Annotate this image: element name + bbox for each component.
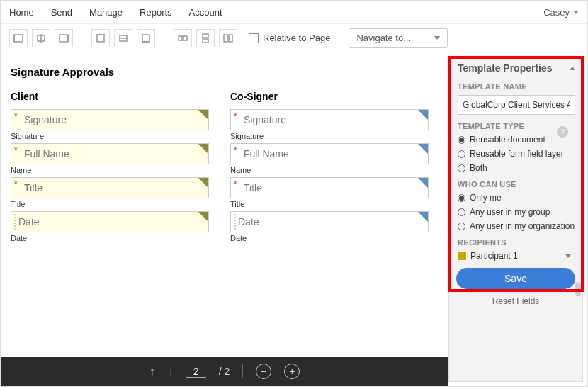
align-tool-4[interactable]: [91, 29, 110, 47]
template-type-label: Reusable form field layer: [470, 149, 564, 159]
form-field[interactable]: Signature: [230, 109, 429, 130]
svg-rect-0: [14, 35, 23, 42]
recipient-item[interactable]: Participant 1: [458, 251, 575, 261]
align-tool-2[interactable]: [32, 29, 50, 47]
field-label: Title: [11, 200, 209, 208]
form-field[interactable]: Full Name: [11, 143, 209, 164]
form-field[interactable]: Signature: [11, 109, 209, 130]
nav-reports[interactable]: Reports: [140, 7, 172, 18]
template-properties-panel: Template Properties TEMPLATE NAME TEMPLA…: [448, 55, 583, 382]
radio-icon: [458, 208, 465, 216]
divider: [8, 52, 440, 52]
svg-rect-4: [60, 35, 68, 42]
field-label: Date: [11, 234, 209, 242]
field-placeholder: Signature: [24, 114, 67, 125]
template-type-option[interactable]: Reusable document: [458, 135, 575, 145]
template-type-option[interactable]: Reusable form field layer: [458, 149, 575, 159]
section-head: Client: [11, 91, 209, 102]
recipient-label: Participant 1: [470, 251, 518, 261]
relative-label: Relative to Page: [263, 33, 330, 43]
field-placeholder: Date: [238, 216, 259, 228]
recipients-label: RECIPIENTS: [458, 238, 575, 247]
help-icon[interactable]: ?: [557, 126, 568, 138]
template-type-label: Reusable document: [470, 135, 545, 145]
align-tool-6[interactable]: [137, 29, 155, 47]
field-placeholder: Title: [244, 182, 262, 194]
align-tool-1[interactable]: [9, 29, 28, 47]
document-canvas: Signature Approvals ClientSignatureSigna…: [1, 55, 448, 357]
nav-account[interactable]: Account: [189, 7, 222, 18]
radio-icon: [458, 164, 465, 172]
navto-label: Navigate to...: [356, 33, 411, 43]
template-type-label: Both: [470, 163, 487, 173]
nav-home[interactable]: Home: [9, 7, 34, 18]
alignment-toolbar: Relative to Page Navigate to...: [1, 23, 587, 52]
svg-rect-15: [203, 39, 208, 43]
user-menu[interactable]: Casey: [543, 7, 579, 18]
align-tool-9[interactable]: [219, 29, 237, 47]
reset-fields-link[interactable]: Reset Fields: [449, 296, 582, 306]
scrollbar[interactable]: [575, 91, 581, 325]
who-can-use-option[interactable]: Only me: [458, 193, 575, 203]
field-label: Signature: [11, 132, 209, 140]
form-field[interactable]: Full Name: [230, 143, 429, 164]
participant-color-swatch: [458, 252, 466, 260]
next-page-button[interactable]: ↓: [168, 365, 174, 378]
page-number-input[interactable]: [186, 366, 206, 378]
props-heading[interactable]: Template Properties: [458, 62, 575, 74]
radio-icon: [458, 150, 465, 158]
who-can-use-label: WHO CAN USE: [458, 180, 575, 189]
who-can-use-label: Any user in my organization: [470, 221, 575, 231]
radio-icon: [458, 223, 465, 230]
field-label: Title: [230, 200, 429, 208]
align-tool-8[interactable]: [196, 29, 215, 47]
chevron-down-icon: [565, 254, 571, 258]
nav-manage[interactable]: Manage: [89, 7, 123, 18]
svg-rect-17: [229, 35, 232, 42]
form-field[interactable]: Title: [230, 177, 429, 198]
svg-rect-13: [183, 36, 187, 40]
who-can-use-option[interactable]: Any user in my group: [458, 207, 575, 217]
field-placeholder: Title: [24, 182, 43, 194]
user-name: Casey: [543, 7, 570, 18]
page-title: Signature Approvals: [11, 66, 441, 78]
page-footer: ↑ ↓ / 2 − +: [1, 357, 448, 386]
field-placeholder: Signature: [244, 114, 286, 125]
radio-icon: [458, 136, 465, 144]
checkbox-icon: [249, 33, 259, 43]
template-type-option[interactable]: Both: [458, 163, 575, 173]
separator: [242, 364, 243, 378]
align-tool-3[interactable]: [55, 29, 73, 47]
field-label: Signature: [230, 132, 429, 140]
template-name-input[interactable]: [458, 95, 575, 115]
svg-rect-10: [142, 35, 149, 42]
zoom-out-button[interactable]: −: [256, 364, 271, 379]
field-label: Name: [11, 166, 209, 174]
align-tool-7[interactable]: [174, 29, 192, 47]
radio-icon: [458, 194, 465, 202]
zoom-in-button[interactable]: +: [284, 364, 300, 379]
nav-send[interactable]: Send: [51, 7, 72, 18]
template-name-label: TEMPLATE NAME: [458, 82, 575, 91]
field-placeholder: Full Name: [244, 148, 289, 159]
save-button[interactable]: Save: [456, 268, 575, 289]
prev-page-button[interactable]: ↑: [149, 365, 155, 378]
relative-to-page-toggle[interactable]: Relative to Page: [249, 33, 330, 43]
svg-rect-14: [203, 34, 208, 38]
form-field[interactable]: Date: [11, 211, 209, 232]
field-label: Date: [230, 234, 429, 242]
form-field[interactable]: Date: [230, 211, 429, 232]
who-can-use-label: Any user in my group: [470, 207, 550, 217]
chevron-up-icon: [570, 67, 575, 70]
top-nav: Home Send Manage Reports Account Casey: [1, 1, 587, 23]
navigate-to-dropdown[interactable]: Navigate to...: [349, 28, 448, 48]
field-label: Name: [230, 166, 429, 174]
svg-rect-16: [224, 35, 227, 42]
field-placeholder: Date: [18, 216, 40, 228]
who-can-use-option[interactable]: Any user in my organization: [458, 221, 575, 231]
align-tool-5[interactable]: [114, 29, 132, 47]
section-head: Co-Signer: [230, 91, 429, 102]
who-can-use-label: Only me: [470, 193, 502, 203]
chevron-down-icon: [573, 11, 579, 14]
form-field[interactable]: Title: [11, 177, 209, 198]
